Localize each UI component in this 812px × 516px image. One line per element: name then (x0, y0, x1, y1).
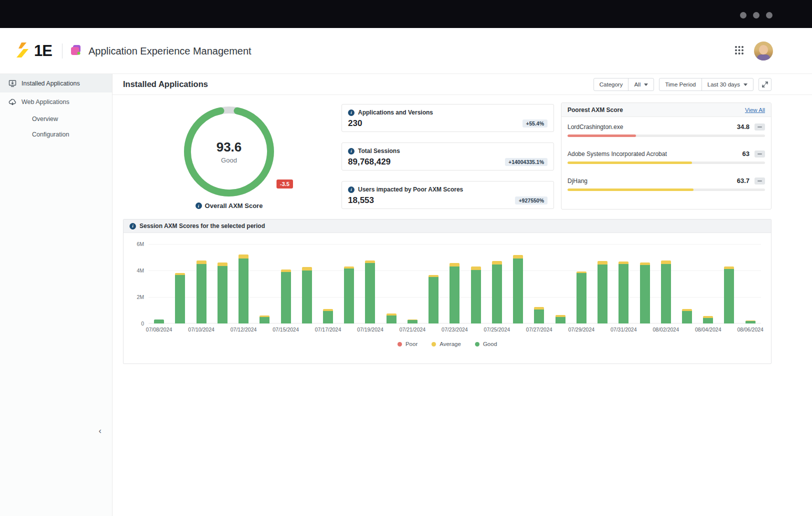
stacked-bar[interactable] (534, 307, 544, 324)
x-axis-label: 07/15/2024 (272, 326, 299, 332)
application-name: Adobe Systems Incorporated Acrobat (568, 150, 742, 158)
score-progress-fill (568, 162, 692, 164)
bar-segment-good (428, 277, 438, 324)
stacked-bar[interactable] (218, 262, 228, 324)
view-all-link[interactable]: View All (745, 107, 765, 113)
stacked-bar[interactable] (703, 316, 713, 324)
stacked-bar[interactable] (618, 262, 628, 324)
header-divider (62, 44, 62, 58)
y-axis-tick: 4M (136, 268, 144, 274)
score-progress-fill (568, 188, 694, 191)
x-axis-label: 08/06/2024 (737, 326, 764, 332)
stacked-bar[interactable] (471, 266, 481, 324)
bar-column (296, 244, 318, 324)
stacked-bar[interactable] (344, 266, 354, 324)
window-control-dot[interactable] (740, 12, 746, 18)
stacked-bar[interactable] (724, 266, 734, 324)
bar-segment-good (556, 317, 566, 324)
stacked-bar[interactable] (323, 309, 333, 324)
legend-dot-icon (432, 342, 436, 346)
stacked-bar[interactable] (661, 260, 671, 324)
legend-item-good[interactable]: Good (475, 341, 497, 347)
stat-value: 89,768,429 (348, 157, 390, 167)
legend-item-poor[interactable]: Poor (398, 341, 418, 347)
bar-column (254, 244, 275, 324)
sidebar-item-installed-applications[interactable]: Installed Applications (0, 74, 112, 92)
page-title: Installed Applications (123, 80, 208, 89)
stacked-bar[interactable] (598, 261, 608, 324)
x-axis-label: 07/08/2024 (146, 326, 172, 332)
stat-card-total-sessions: Total Sessions 89,768,429 +14004335.1% (342, 142, 554, 170)
legend-label: Poor (406, 341, 418, 347)
stacked-bar[interactable] (450, 263, 460, 324)
score-progress-fill (568, 134, 636, 137)
window-control-dots[interactable] (740, 12, 772, 18)
x-axis-label: 07/29/2024 (568, 326, 595, 332)
stacked-bar[interactable] (492, 261, 502, 324)
time-period-filter[interactable]: Time Period Last 30 days (659, 78, 754, 91)
window-control-dot[interactable] (766, 12, 772, 18)
bar-column (212, 244, 233, 324)
stacked-bar[interactable] (365, 260, 375, 324)
bar-segment-good (218, 266, 228, 324)
bar-segment-good (598, 264, 608, 324)
bar-segment-average (598, 261, 608, 264)
sidebar-item-overview[interactable]: Overview (0, 111, 112, 126)
sidebar-item-configuration[interactable]: Configuration (0, 126, 112, 142)
bar-column: 07/15/2024 (275, 244, 296, 324)
expand-fullscreen-button[interactable] (758, 78, 772, 91)
stacked-bar[interactable] (196, 260, 206, 324)
stacked-bar[interactable] (428, 275, 438, 324)
stacked-bar[interactable] (640, 262, 650, 324)
bar-segment-good (302, 270, 312, 324)
poorest-axm-score-panel: Poorest AXM Score View All LordCrashingt… (561, 102, 772, 210)
bar-segment-good (661, 264, 671, 324)
user-avatar[interactable] (754, 42, 773, 60)
bar-series: 07/08/202407/10/202407/12/202407/15/2024… (148, 244, 761, 324)
bar-segment-average (471, 266, 481, 270)
category-filter-label[interactable]: Category (594, 78, 628, 90)
stacked-bar[interactable] (175, 273, 185, 324)
bar-segment-average (450, 263, 460, 266)
brand-name: 1E (34, 42, 52, 60)
stacked-bar[interactable] (556, 315, 566, 324)
stacked-bar[interactable] (682, 309, 692, 324)
legend-item-average[interactable]: Average (432, 341, 461, 347)
stacked-bar[interactable] (238, 254, 248, 324)
app-launcher-grid-icon[interactable] (734, 46, 744, 57)
x-axis-label: 07/21/2024 (400, 326, 426, 332)
app-header: 1E Application Experience Management (0, 28, 812, 74)
x-axis-label: 07/12/2024 (230, 326, 257, 332)
stacked-bar[interactable] (154, 320, 164, 324)
time-period-value-dropdown[interactable]: Last 30 days (702, 78, 753, 90)
stacked-bar[interactable] (746, 320, 756, 324)
stacked-bar[interactable] (576, 272, 586, 324)
stacked-bar[interactable] (260, 316, 270, 324)
category-filter-value-dropdown[interactable]: All (628, 78, 654, 90)
bar-column (718, 244, 740, 324)
bar-column: 08/02/2024 (656, 244, 676, 324)
sidebar-collapse-button[interactable] (94, 425, 106, 437)
score-delta-badge: -3.5 (276, 180, 293, 188)
stacked-bar[interactable] (281, 270, 291, 324)
stacked-bar[interactable] (513, 255, 523, 324)
category-filter[interactable]: Category All (594, 78, 654, 91)
stacked-bar[interactable] (408, 320, 418, 324)
poorest-row: LordCrashington.exe 34.8 (562, 117, 771, 144)
sidebar-item-web-applications[interactable]: Web Applications (0, 92, 112, 111)
time-period-filter-label[interactable]: Time Period (660, 78, 702, 90)
bar-segment-good (513, 258, 523, 324)
bar-column: 07/27/2024 (528, 244, 550, 324)
sidebar-item-label: Installed Applications (22, 80, 80, 87)
info-icon (196, 202, 202, 209)
stat-value: 230 (348, 118, 362, 128)
score-progress-track (568, 162, 765, 164)
window-control-dot[interactable] (753, 12, 760, 18)
stacked-bar[interactable] (386, 314, 396, 324)
bar-segment-good (640, 265, 650, 324)
info-icon (348, 110, 354, 116)
bar-segment-good (724, 269, 734, 324)
stacked-bar[interactable] (302, 267, 312, 324)
x-axis-label: 07/25/2024 (484, 326, 510, 332)
category-value-text: All (634, 82, 640, 88)
